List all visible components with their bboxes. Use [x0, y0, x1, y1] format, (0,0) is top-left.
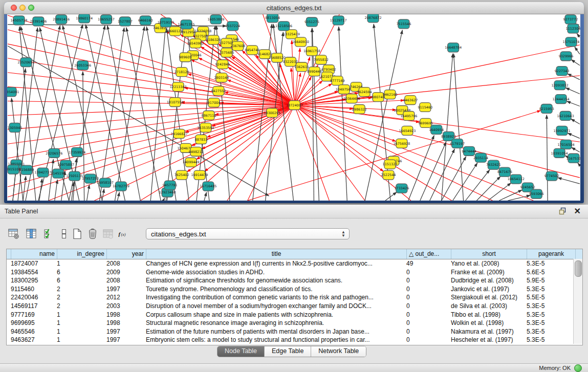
graph-node[interactable]: 2367608	[230, 41, 245, 51]
graph-node[interactable]: 13942737	[34, 168, 51, 177]
graph-node[interactable]: 1167533	[567, 154, 580, 163]
tab-network-table[interactable]: Network Table	[311, 346, 366, 357]
graph-node[interactable]: 16961758	[303, 47, 320, 56]
graph-node[interactable]: 8215953	[539, 104, 554, 114]
table-row[interactable]: 1872400712008Changes of HCN gene express…	[7, 259, 582, 268]
graph-node[interactable]: 9593066	[529, 189, 544, 199]
graph-node[interactable]: 6466160	[138, 16, 153, 25]
graph-node[interactable]: 18107554	[167, 98, 184, 107]
delete-rows-button[interactable]	[85, 226, 100, 242]
graph-node[interactable]: 8427552	[211, 86, 226, 96]
graph-node[interactable]: 9329966	[559, 52, 574, 61]
column-header-short[interactable]: short	[451, 249, 527, 259]
graph-node[interactable]: 1733426	[395, 184, 409, 193]
graph-node[interactable]: 1527807	[118, 17, 133, 26]
select-columns-button[interactable]	[24, 226, 39, 242]
graph-node[interactable]: 9227343	[555, 67, 570, 76]
new-table-button[interactable]	[70, 226, 85, 242]
delete-table-button[interactable]	[100, 226, 116, 242]
graph-node[interactable]: 8813054	[265, 14, 280, 23]
table-row[interactable]: 946554611997Estimation of the future num…	[7, 327, 582, 336]
column-header-year[interactable]: year	[107, 249, 146, 259]
graph-node[interactable]: 15218506	[275, 21, 292, 31]
graph-node[interactable]: 15716485	[200, 182, 216, 191]
graph-node[interactable]: 9115460	[418, 103, 432, 112]
graph-node[interactable]: 1640954	[429, 125, 444, 134]
graph-node[interactable]: 2522544	[381, 170, 396, 180]
graph-node[interactable]: 8660123	[168, 27, 183, 36]
graph-node[interactable]: 9273772	[563, 15, 578, 24]
graph-node[interactable]: 8186328	[206, 35, 221, 45]
graph-node[interactable]: 9474444	[462, 146, 476, 156]
graph-node[interactable]: 2935114	[473, 153, 488, 162]
graph-node[interactable]: 20876872	[365, 14, 382, 23]
memory-ok-indicator[interactable]	[574, 364, 582, 372]
graph-node[interactable]: 917004	[208, 98, 221, 107]
graph-node[interactable]: 18854091	[7, 87, 19, 97]
table-row[interactable]: 2242004622012Investigating the contribut…	[7, 293, 582, 302]
graph-node[interactable]: 2986322	[352, 105, 367, 114]
graph-node[interactable]: 15129717	[330, 16, 347, 25]
graph-node[interactable]: 16053809	[207, 15, 224, 24]
table-settings-button[interactable]	[6, 226, 21, 242]
table-row[interactable]: 946362711997Embryonic stem cells: a mode…	[7, 336, 582, 344]
graph-node[interactable]: 12505135	[66, 171, 83, 181]
graph-node[interactable]: 7515546	[397, 19, 411, 29]
table-row[interactable]: 1830029562008Estimation of significance …	[7, 276, 582, 285]
graph-node[interactable]: 1145190	[51, 169, 66, 178]
function-builder-button[interactable]: f (x)	[116, 226, 131, 242]
graph-node[interactable]: 8867110	[202, 111, 216, 120]
graph-node[interactable]: 12444154	[553, 95, 570, 104]
column-header-pagerank[interactable]: pagerank	[527, 249, 576, 259]
graph-node[interactable]: 20206576	[46, 148, 62, 158]
scrollbar-thumb[interactable]	[575, 260, 582, 277]
graph-node[interactable]: 9462160	[383, 90, 398, 99]
graph-node[interactable]: 9777169	[330, 76, 345, 85]
table-select-dropdown[interactable]: citations_edges.txt ▲▼	[146, 228, 350, 239]
tab-edge-table[interactable]: Edge Table	[265, 346, 311, 357]
graph-node[interactable]: 9242845	[215, 60, 230, 69]
graph-node[interactable]: 17359924	[69, 147, 85, 157]
table-row[interactable]: 911546021997Tourette syndrome. Phenomeno…	[7, 285, 582, 294]
graph-node[interactable]: 1112304	[566, 24, 580, 33]
graph-node[interactable]: 16648784	[445, 43, 462, 52]
graph-node[interactable]: 9351275	[304, 17, 319, 27]
vertical-scrollbar[interactable]	[573, 259, 582, 344]
graph-node[interactable]: 2803144	[214, 73, 229, 82]
graph-node[interactable]: 16782759	[113, 182, 129, 191]
graph-node[interactable]: 16756928	[393, 139, 410, 148]
close-panel-icon[interactable]: ✕	[574, 206, 581, 216]
graph-node[interactable]: 12213343	[170, 82, 187, 92]
graph-node[interactable]: 2718126	[175, 68, 189, 77]
table-row[interactable]: 1938455462009Genome-wide association stu…	[7, 268, 582, 277]
graph-node[interactable]: 3915101	[7, 165, 20, 174]
float-panel-icon[interactable]	[559, 207, 567, 215]
table-row[interactable]: 969969511998Structural magnetic resonanc…	[7, 319, 582, 327]
graph-node[interactable]: 7557224	[225, 21, 240, 31]
column-header-out_de...[interactable]: △ out_de...	[407, 249, 451, 259]
graph-node[interactable]: 9457791	[163, 181, 178, 190]
network-canvas[interactable]: 1872400774638228660123891295413226058932…	[7, 14, 580, 201]
graph-node[interactable]: 15992971	[554, 126, 571, 135]
graph-node[interactable]: 10655257	[98, 15, 115, 24]
graph-node[interactable]: 12093832	[552, 81, 569, 90]
graph-node[interactable]: 1151327	[383, 160, 398, 169]
graph-node[interactable]: 8471676	[497, 167, 512, 177]
graph-node[interactable]: 6179197	[450, 139, 465, 148]
graph-node[interactable]: 23520651	[17, 58, 34, 67]
graph-node[interactable]: 10391054	[551, 148, 568, 158]
graph-node[interactable]: 9463627	[403, 96, 418, 105]
graph-node[interactable]: 7632621	[486, 160, 501, 169]
column-header-title[interactable]: title	[146, 249, 407, 259]
table-row[interactable]: 1456911722003Disruption of a novel membe…	[7, 302, 582, 311]
graph-node[interactable]: 7955812	[314, 55, 329, 64]
graph-node[interactable]: 1156889	[19, 165, 34, 174]
graph-node[interactable]: 20891416	[53, 15, 70, 24]
window-titlebar[interactable]: citations_edges.txt	[4, 2, 584, 14]
graph-node[interactable]: 16654923	[399, 126, 416, 135]
graph-node[interactable]: 887833	[195, 135, 208, 144]
tab-node-table[interactable]: Node Table	[217, 346, 265, 357]
graph-node[interactable]: 989605	[179, 53, 192, 62]
graph-node[interactable]: 15751074	[563, 37, 580, 47]
graph-node[interactable]: 9774502	[545, 171, 559, 181]
